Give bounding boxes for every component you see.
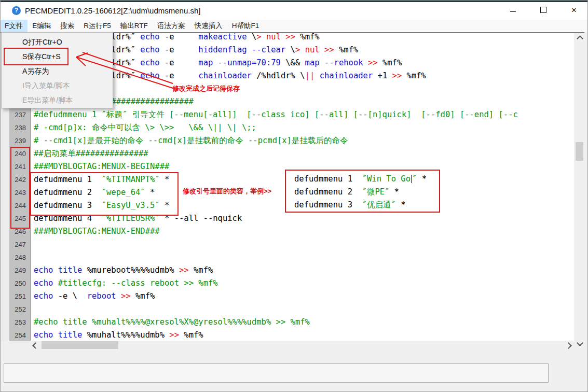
line-number: 241 (9, 160, 30, 173)
menubar-item-1[interactable]: F文件 (0, 20, 28, 32)
menu-bar: F文件E编辑搜索R运行F5输出RTF语法方案快速插入H帮助F1 (0, 20, 588, 32)
menubar-item-5[interactable]: 输出RTF (116, 20, 153, 32)
line-number: 240 (9, 147, 30, 160)
example-code-line: defudmmenu 2 ″微PE″ * (291, 186, 439, 199)
code-line[interactable]: #echo title %muhalt%%%%@xresol%X%@yresol… (31, 316, 574, 329)
scroll-up-icon[interactable] (577, 35, 583, 42)
line-number: 249 (9, 264, 30, 277)
line-number: 243 (9, 186, 30, 199)
code-line[interactable]: #defudmmenu 1 ″标题″ 引导文件 [--menu[-all]] [… (31, 108, 574, 121)
code-line[interactable] (31, 238, 574, 251)
annotation-save-note: 修改完成之后记得保存 (172, 84, 240, 93)
code-line[interactable]: # -cmd[p]x: 命令中可以含 \> \>> \&& \|| \| \;; (31, 121, 574, 134)
vertical-scrollbar[interactable] (575, 33, 584, 349)
line-number: 246 (9, 225, 30, 238)
vertical-scrollbar-thumb[interactable] (576, 142, 583, 161)
menubar-item-3[interactable]: 搜索 (56, 20, 79, 32)
menubar-item-4[interactable]: R运行F5 (79, 20, 116, 32)
line-number: 254 (9, 329, 30, 341)
menubar-item-2[interactable]: E编辑 (28, 20, 56, 32)
code-line[interactable]: # --cmd1[x]是最开始的命令 --cmd[x]是挂载前的命令 --pcm… (31, 134, 574, 147)
code-line[interactable]: echo -e \ reboot >> %mf% (31, 290, 574, 303)
text-cursor (411, 175, 412, 183)
horizontal-scrollbar[interactable] (30, 341, 574, 349)
code-line[interactable]: defudmmenu 4 ″%TITLEUSR%″ * --all --nqui… (31, 212, 574, 225)
line-number: 248 (9, 251, 30, 264)
line-number: 252 (9, 303, 30, 316)
code-line[interactable] (31, 303, 574, 316)
file-menu-item-4[interactable]: I导入菜单/脚本 (2, 78, 113, 93)
minimize-icon (510, 11, 516, 12)
maximize-button[interactable] (531, 2, 555, 20)
file-menu-item-3[interactable]: A另存为 (2, 64, 113, 78)
code-line[interactable] (31, 251, 574, 264)
example-rows: defudmmenu 1 ″Win To Go″ *defudmmenu 2 ″… (291, 173, 439, 212)
line-number: 244 (9, 199, 30, 212)
horizontal-scrollbar-thumb[interactable] (42, 341, 118, 349)
scroll-left-icon[interactable] (32, 342, 39, 349)
menubar-item-6[interactable]: 语法方案 (153, 20, 190, 32)
line-number: 238 (9, 121, 30, 134)
file-menu-item-2[interactable]: S保存Ctr+S (2, 49, 113, 64)
scroll-right-icon[interactable] (565, 342, 572, 349)
file-menu-item-5[interactable]: E导出菜单/脚本 (2, 93, 113, 107)
title-bar: ? PECMDEDIT1.0.25-160612[Z:\udm\udmsmenu… (0, 2, 588, 20)
line-number: 253 (9, 316, 30, 329)
scroll-down-icon[interactable] (577, 340, 583, 346)
line-number: 242 (9, 173, 30, 186)
line-number: 237 (9, 108, 30, 121)
file-menu-item-1[interactable]: O打开Ctr+O (2, 35, 113, 49)
maximize-icon (540, 7, 546, 13)
status-bar (4, 363, 549, 383)
code-line[interactable]: ##启动菜单############### (31, 147, 574, 160)
code-line[interactable]: echo title %mureboot%%%%udmb% >> %mf% (31, 264, 574, 277)
code-line[interactable]: ###MDYBLOGTAG:MENUX-END### (31, 225, 574, 238)
line-number: 251 (9, 290, 30, 303)
line-number: 245 (9, 212, 30, 225)
minimize-button[interactable] (501, 2, 525, 20)
menubar-item-8[interactable]: H帮助F1 (227, 20, 264, 32)
example-code-line: defudmmenu 1 ″Win To Go″ * (291, 173, 439, 186)
app-help-icon: ? (12, 6, 21, 15)
code-line[interactable]: echo title %muhalt%%%%udmb% >> %mf% (31, 329, 574, 341)
menubar-item-7[interactable]: 快速插入 (190, 20, 227, 32)
close-button[interactable]: × (562, 2, 586, 20)
line-number: 250 (9, 277, 30, 290)
example-code-line: defudmmenu 3 ″优启通″ * (291, 199, 439, 212)
close-icon: × (571, 5, 577, 15)
line-number: 247 (9, 238, 30, 251)
code-line[interactable]: echo #titlecfg: --class reboot >> %mf% (31, 277, 574, 290)
line-number: 239 (9, 134, 30, 147)
annotation-edit-note: 修改引号里面的类容，举例>> (183, 187, 271, 196)
pecmdedit-window: { "window": { "title": "PECMDEDIT1.0.25-… (0, 0, 588, 392)
window-title: PECMDEDIT1.0.25-160612[Z:\udm\udmsmenu.s… (25, 6, 200, 15)
example-code-box: defudmmenu 1 ″Win To Go″ *defudmmenu 2 ″… (285, 170, 440, 213)
file-dropdown-menu: O打开Ctr+OS保存Ctr+SA另存为I导入菜单/脚本E导出菜单/脚本 (1, 32, 113, 108)
